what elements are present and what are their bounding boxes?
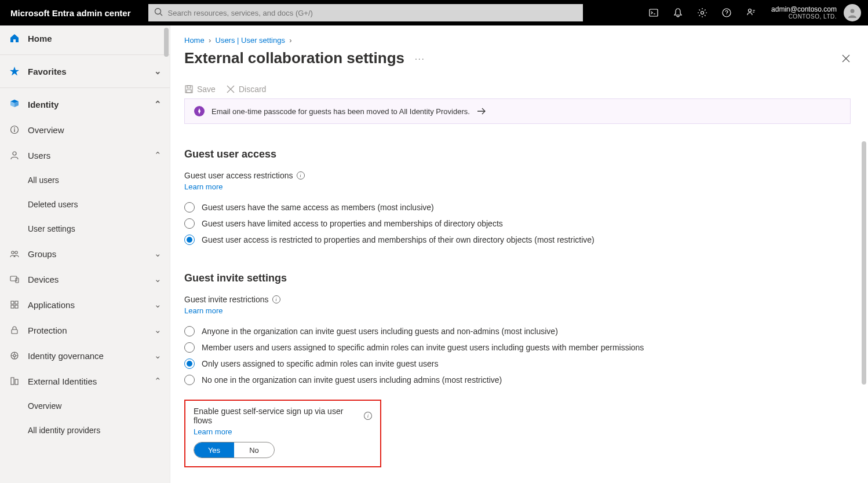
discard-button[interactable]: Discard xyxy=(226,85,266,94)
chevron-down-icon: ⌄ xyxy=(154,350,162,361)
toggle-no[interactable]: No xyxy=(234,442,274,458)
svg-rect-17 xyxy=(11,305,14,308)
user-icon xyxy=(8,151,21,160)
main-scrollbar[interactable] xyxy=(862,141,866,385)
save-button[interactable]: Save xyxy=(184,85,216,94)
nav-favorites-label: Favorites xyxy=(28,67,67,76)
radio-button[interactable] xyxy=(184,202,195,213)
nav-user-settings[interactable]: User settings xyxy=(0,217,170,241)
main-content: Home › Users | User settings › External … xyxy=(170,25,868,483)
svg-point-0 xyxy=(155,9,161,14)
settings-icon[interactable] xyxy=(690,0,714,25)
external-icon xyxy=(8,376,21,386)
breadcrumb-home[interactable]: Home xyxy=(184,36,205,45)
guest-access-learn[interactable]: Learn more xyxy=(184,182,223,191)
nav-all-users[interactable]: All users xyxy=(0,168,170,192)
breadcrumb-users[interactable]: Users | User settings xyxy=(216,36,285,45)
svg-point-6 xyxy=(851,9,855,13)
radio-label: Only users assigned to specific admin ro… xyxy=(202,359,439,368)
self-service-highlight: Enable guest self-service sign up via us… xyxy=(184,400,381,467)
nav-users[interactable]: Users ⌃ xyxy=(0,142,170,168)
svg-point-11 xyxy=(12,251,14,254)
svg-rect-16 xyxy=(15,301,18,304)
search-wrap xyxy=(148,4,583,21)
radio-button[interactable] xyxy=(184,342,195,353)
radio-button[interactable] xyxy=(184,235,195,245)
close-button[interactable] xyxy=(841,54,851,63)
apps-icon xyxy=(8,300,21,309)
nav-applications[interactable]: Applications ⌄ xyxy=(0,292,170,317)
guest-invite-option-1[interactable]: Member users and users assigned to speci… xyxy=(184,339,851,356)
guest-access-option-2[interactable]: Guest user access is restricted to prope… xyxy=(184,232,851,248)
info-icon[interactable]: i xyxy=(272,295,280,303)
svg-point-12 xyxy=(15,251,17,254)
divider xyxy=(0,54,170,55)
svg-rect-22 xyxy=(11,378,14,385)
page-title: External collaboration settings xyxy=(184,49,404,67)
svg-rect-26 xyxy=(187,90,191,93)
arrow-right-icon[interactable] xyxy=(477,107,486,115)
topbar-icons: admin@contoso.com CONTOSO, LTD. xyxy=(641,0,868,25)
identity-icon xyxy=(8,99,21,109)
nav-external[interactable]: External Identities ⌃ xyxy=(0,368,170,394)
svg-rect-15 xyxy=(11,301,14,304)
avatar[interactable] xyxy=(844,4,861,21)
brand: Microsoft Entra admin center xyxy=(10,8,131,18)
guest-invite-option-3[interactable]: No one in the organization can invite gu… xyxy=(184,372,851,388)
guest-invite-option-0[interactable]: Anyone in the organization can invite gu… xyxy=(184,323,851,339)
info-icon[interactable]: i xyxy=(364,412,372,420)
radio-label: Guest user access is restricted to prope… xyxy=(202,235,595,244)
radio-button[interactable] xyxy=(184,358,195,369)
radio-button[interactable] xyxy=(184,375,195,385)
nav-external-idp[interactable]: All identity providers xyxy=(0,418,170,442)
notifications-icon[interactable] xyxy=(666,0,690,25)
nav-overview[interactable]: Overview xyxy=(0,117,170,142)
guest-invite-option-2[interactable]: Only users assigned to specific admin ro… xyxy=(184,356,851,372)
lock-icon xyxy=(8,325,21,335)
guest-invite-learn[interactable]: Learn more xyxy=(184,306,223,315)
guest-invite-radio-group: Anyone in the organization can invite gu… xyxy=(184,323,851,388)
cloud-shell-icon[interactable] xyxy=(641,0,666,25)
radio-button[interactable] xyxy=(184,218,195,229)
feedback-icon[interactable] xyxy=(739,0,763,25)
guest-access-heading: Guest user access xyxy=(184,148,851,160)
nav-devices[interactable]: Devices ⌄ xyxy=(0,266,170,292)
star-icon xyxy=(8,66,21,76)
self-service-toggle[interactable]: Yes No xyxy=(194,442,275,458)
more-actions-button[interactable]: ··· xyxy=(415,54,425,63)
guest-access-option-0[interactable]: Guest users have the same access as memb… xyxy=(184,199,851,215)
command-bar: Save Discard xyxy=(184,85,851,98)
nav-external-label: External Identities xyxy=(28,376,97,386)
toggle-yes[interactable]: Yes xyxy=(194,442,234,458)
radio-button[interactable] xyxy=(184,326,195,336)
guest-access-radio-group: Guest users have the same access as memb… xyxy=(184,199,851,248)
banner-text: Email one-time passcode for guests has b… xyxy=(211,107,470,116)
svg-point-10 xyxy=(13,152,16,155)
self-service-learn[interactable]: Learn more xyxy=(194,427,232,436)
discard-icon xyxy=(226,85,235,94)
radio-label: Guest users have limited access to prope… xyxy=(202,219,503,228)
nav-identity[interactable]: Identity ⌃ xyxy=(0,92,170,117)
info-icon[interactable]: i xyxy=(297,171,305,180)
nav-deleted-users[interactable]: Deleted users xyxy=(0,192,170,217)
nav-identity-gov[interactable]: Identity governance ⌄ xyxy=(0,343,170,368)
nav-external-overview[interactable]: Overview xyxy=(0,394,170,418)
search-input[interactable] xyxy=(148,4,583,21)
svg-rect-23 xyxy=(15,379,18,385)
help-icon[interactable] xyxy=(714,0,739,25)
account-block[interactable]: admin@contoso.com CONTOSO, LTD. xyxy=(763,5,841,20)
chevron-up-icon: ⌃ xyxy=(154,99,162,109)
svg-rect-2 xyxy=(650,9,658,16)
guest-invite-sub: Guest invite restrictions i xyxy=(184,295,851,304)
guest-access-sub: Guest user access restrictions i xyxy=(184,171,851,180)
breadcrumb: Home › Users | User settings › xyxy=(184,36,851,45)
nav-identity-gov-label: Identity governance xyxy=(28,351,104,361)
nav-groups[interactable]: Groups ⌄ xyxy=(0,241,170,266)
svg-line-1 xyxy=(160,14,162,16)
search-icon xyxy=(154,8,163,17)
chevron-down-icon: ⌄ xyxy=(154,248,162,259)
nav-home[interactable]: Home xyxy=(0,25,170,51)
nav-favorites[interactable]: Favorites ⌄ xyxy=(0,58,170,84)
guest-access-option-1[interactable]: Guest users have limited access to prope… xyxy=(184,215,851,232)
nav-protection[interactable]: Protection ⌄ xyxy=(0,317,170,343)
